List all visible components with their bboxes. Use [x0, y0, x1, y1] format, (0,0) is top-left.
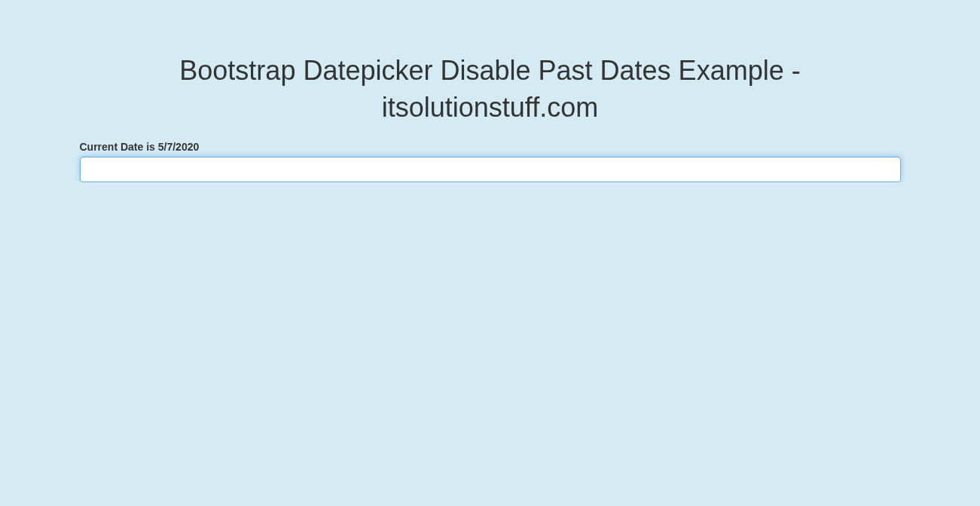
date-input[interactable] — [80, 157, 901, 182]
page-title: Bootstrap Datepicker Disable Past Dates … — [80, 53, 901, 126]
current-date-label: Current Date is 5/7/2020 — [80, 141, 901, 153]
